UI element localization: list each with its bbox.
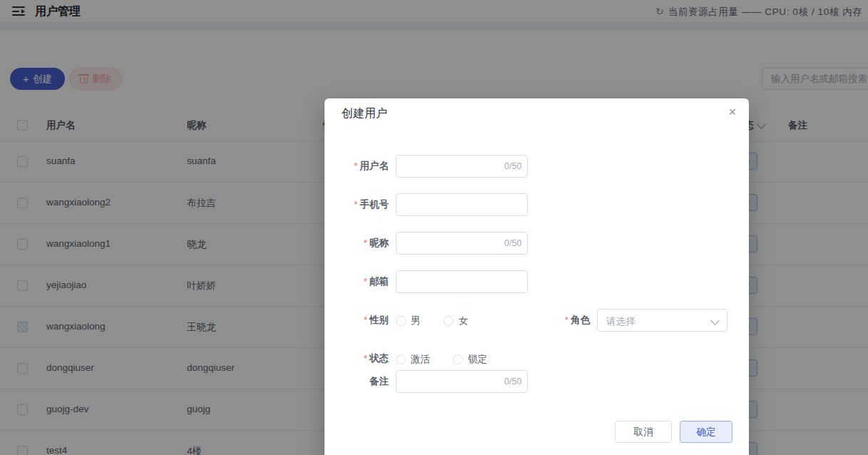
field-label: 备注: [325, 375, 389, 388]
field-label: *状态: [325, 352, 389, 365]
field-gender-role: *性别 男 女 *角色 请选择: [325, 309, 749, 332]
field-status: *状态 激活 锁定: [325, 347, 749, 370]
field-email: *邮箱: [325, 270, 749, 293]
cancel-button[interactable]: 取消: [615, 421, 672, 443]
required-mark: *: [364, 237, 367, 248]
field-label: *邮箱: [325, 275, 389, 288]
dialog-title: 创建用户: [342, 106, 387, 121]
required-mark: *: [364, 353, 367, 364]
chevron-down-icon: [710, 316, 720, 325]
field-label: *昵称: [325, 237, 389, 250]
field-label: *角色: [526, 314, 590, 327]
email-input[interactable]: [396, 270, 528, 293]
dialog-footer: 取消 确定: [325, 421, 749, 443]
required-mark: *: [565, 315, 568, 325]
status-active-radio[interactable]: 激活: [396, 353, 430, 366]
radio-label[interactable]: 锁定: [468, 353, 487, 366]
field-nickname: *昵称 0/50: [325, 232, 749, 255]
char-counter: 0/50: [504, 238, 521, 248]
required-mark: *: [354, 199, 357, 210]
required-mark: *: [364, 315, 367, 325]
select-placeholder: 请选择: [606, 315, 635, 328]
gender-male-radio[interactable]: 男: [396, 315, 421, 327]
field-username: *用户名 0/50: [325, 155, 749, 178]
required-mark: *: [354, 160, 357, 171]
radio-icon[interactable]: [396, 354, 406, 364]
role-select[interactable]: 请选择: [597, 309, 727, 332]
user-management-page: 用户管理 ↻当前资源占用量 —— CPU: 0核 / 10核 内存 + 创建 删…: [0, 0, 868, 455]
create-user-dialog: 创建用户 × *用户名 0/50 *手机号 *昵称 0/50 *邮箱 *性别 男: [325, 98, 749, 455]
phone-input[interactable]: [396, 193, 528, 216]
gender-female-radio[interactable]: 女: [444, 315, 469, 327]
field-phone: *手机号: [325, 193, 749, 216]
field-label: *性别: [325, 314, 389, 327]
status-locked-radio[interactable]: 锁定: [453, 353, 487, 366]
char-counter: 0/50: [504, 377, 521, 387]
radio-icon[interactable]: [453, 354, 463, 364]
radio-icon[interactable]: [396, 316, 406, 326]
field-label: *手机号: [325, 198, 389, 211]
radio-icon[interactable]: [444, 316, 454, 326]
close-icon[interactable]: ×: [728, 106, 736, 118]
field-remark: 备注 0/50: [325, 370, 749, 393]
confirm-button[interactable]: 确定: [680, 421, 732, 443]
char-counter: 0/50: [504, 161, 521, 171]
field-label: *用户名: [325, 160, 389, 173]
radio-label[interactable]: 激活: [411, 353, 430, 366]
radio-label[interactable]: 女: [459, 315, 469, 327]
radio-label[interactable]: 男: [411, 315, 421, 327]
required-mark: *: [364, 276, 367, 287]
